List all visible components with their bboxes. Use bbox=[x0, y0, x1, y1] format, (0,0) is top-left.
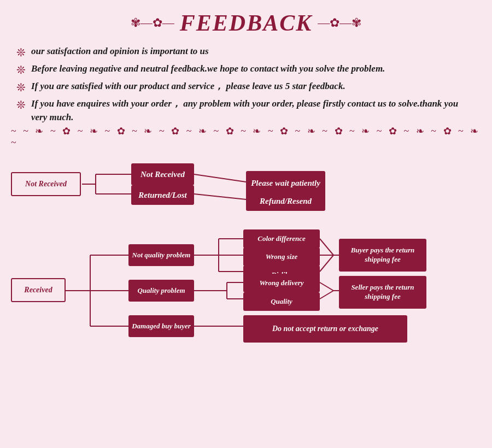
diagram-section: Not Received Not Received Returned/Lost … bbox=[11, 151, 487, 370]
wrong-size-box: Wrong size bbox=[243, 247, 320, 266]
svg-line-24 bbox=[320, 282, 333, 291]
quality-problem-box: Quality problem bbox=[128, 280, 194, 302]
bullet-item-4: ❊ If you have enquires with your order， … bbox=[16, 97, 476, 124]
svg-line-25 bbox=[320, 291, 333, 299]
page-title: FEEDBACK bbox=[180, 10, 312, 36]
page-wrapper: ✾—✿— FEEDBACK —✿—✾ ❊ our satisfaction an… bbox=[0, 0, 492, 381]
header-deco-right: —✿—✾ bbox=[318, 16, 361, 30]
seller-pays-box: Seller pays the return shipping fee bbox=[339, 276, 426, 309]
not-quality-box: Not quality problem bbox=[128, 244, 194, 266]
header-section: ✾—✿— FEEDBACK —✿—✾ bbox=[11, 10, 481, 36]
bullet-item-1: ❊ our satisfaction and opinion is import… bbox=[16, 45, 476, 59]
damaged-box: Damaged buy buyer bbox=[128, 315, 194, 337]
bullet-text-1: our satisfaction and opinion is importan… bbox=[31, 45, 209, 58]
bullet-list: ❊ our satisfaction and opinion is import… bbox=[16, 45, 476, 124]
not-received-box: Not Received bbox=[131, 163, 194, 185]
bullet-item-2: ❊ Before leaving negative and neutral fe… bbox=[16, 62, 476, 76]
bullet-icon-1: ❊ bbox=[16, 46, 26, 59]
svg-line-5 bbox=[194, 194, 246, 199]
bullet-icon-4: ❊ bbox=[16, 98, 26, 111]
not-received-label: Not Received bbox=[11, 172, 81, 196]
divider: ~ ~ ❧ ~ ✿ ~ ❧ ~ ✿ ~ ❧ ~ ✿ ~ ❧ ~ ✿ ~ ❧ ~ … bbox=[11, 132, 481, 142]
received-label: Received bbox=[11, 278, 66, 302]
wrong-delivery-box: Wrong delivery bbox=[243, 274, 320, 292]
bullet-text-3: If you are satisfied with our product an… bbox=[31, 80, 345, 93]
refund-resend-box: Refund/Resend bbox=[246, 191, 325, 211]
bullet-icon-3: ❊ bbox=[16, 81, 26, 94]
returned-lost-box: Returned/Lost bbox=[131, 185, 194, 205]
buyer-pays-box: Buyer pays the return shipping fee bbox=[339, 239, 426, 272]
quality-box: Quality bbox=[243, 292, 320, 311]
svg-line-4 bbox=[194, 174, 246, 182]
bullet-text-4: If you have enquires with your order， an… bbox=[31, 97, 476, 124]
bullet-icon-2: ❊ bbox=[16, 63, 26, 76]
no-accept-box: Do not accept return or exchange bbox=[243, 315, 407, 343]
color-diff-box: Color difference bbox=[243, 229, 320, 248]
svg-line-16 bbox=[320, 239, 333, 255]
svg-line-18 bbox=[320, 255, 333, 272]
bullet-item-3: ❊ If you are satisfied with our product … bbox=[16, 80, 476, 94]
header-deco-left: ✾—✿— bbox=[131, 16, 174, 30]
bullet-text-2: Before leaving negative and neutral feed… bbox=[31, 62, 385, 76]
